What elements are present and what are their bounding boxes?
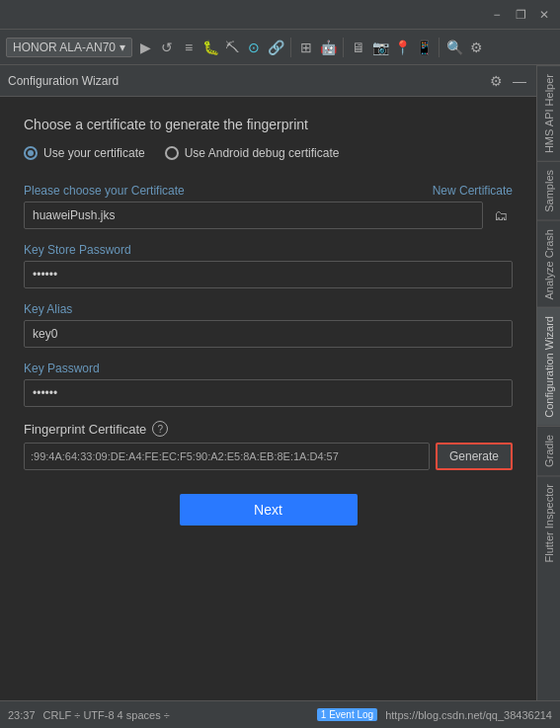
toolbar-sep1 — [290, 38, 291, 57]
radio-label-cert: Use your certificate — [43, 146, 145, 160]
attach-icon[interactable]: 🔗 — [267, 39, 284, 56]
key-alias-section: Key Alias — [24, 302, 513, 348]
title-bar-controls: − ❐ ✕ — [489, 7, 552, 23]
dropdown-icon: ▾ — [120, 40, 125, 54]
location-icon[interactable]: 📍 — [393, 39, 411, 56]
certificate-input-row: 🗂 — [24, 202, 513, 229]
radio-circle-cert — [24, 146, 38, 160]
certificate-row: Please choose your Certificate New Certi… — [24, 184, 513, 198]
event-count: 1 — [321, 709, 327, 720]
sidebar-tab-gradle[interactable]: Gradle — [537, 426, 560, 475]
certificate-section: Please choose your Certificate New Certi… — [24, 184, 513, 229]
toolbar: HONOR ALA-AN70 ▾ ▶ ↺ ≡ 🐛 ⛏ ⊙ 🔗 ⊞ 🤖 🖥 📷 📍… — [0, 30, 560, 65]
sidebar-tab-config[interactable]: Configuration Wizard — [537, 307, 560, 426]
fingerprint-header: Fingerprint Certificate ? — [24, 421, 513, 437]
event-log-label: Event Log — [329, 709, 373, 720]
sidebar-tab-hms[interactable]: HMS API Helper — [537, 65, 560, 161]
sidebar-tab-samples[interactable]: Samples — [537, 161, 560, 220]
device-name: HONOR ALA-AN70 — [13, 40, 116, 54]
status-encoding: CRLF ÷ UTF-8 4 spaces ÷ — [43, 709, 170, 721]
main-layout: Configuration Wizard ⚙ — Choose a certif… — [0, 65, 560, 700]
keystore-password-input[interactable] — [24, 261, 513, 288]
status-left: 23:37 CRLF ÷ UTF-8 4 spaces ÷ — [8, 709, 170, 721]
wizard-title: Configuration Wizard — [8, 74, 119, 88]
right-sidebar: HMS API Helper Samples Analyze Crash Con… — [536, 65, 560, 700]
keystore-row: Key Store Password — [24, 243, 513, 257]
profile-icon[interactable]: ⛏ — [223, 39, 241, 56]
new-certificate-link[interactable]: New Certificate — [433, 184, 513, 198]
list-icon[interactable]: ≡ — [180, 39, 198, 56]
key-password-section: Key Password — [24, 362, 513, 407]
next-button[interactable]: Next — [180, 494, 358, 526]
minimize-button[interactable]: − — [489, 7, 505, 23]
status-bar: 23:37 CRLF ÷ UTF-8 4 spaces ÷ 1 Event Lo… — [0, 700, 560, 728]
device-selector[interactable]: HONOR ALA-AN70 ▾ — [6, 38, 132, 57]
search-icon[interactable]: 🔍 — [445, 39, 463, 56]
sidebar-tab-analyze[interactable]: Analyze Crash — [537, 220, 560, 308]
close-button[interactable]: ✕ — [536, 7, 552, 23]
keystore-label: Key Store Password — [24, 243, 131, 257]
status-time: 23:37 — [8, 709, 36, 721]
android-icon[interactable]: 🤖 — [319, 39, 337, 56]
key-alias-input[interactable] — [24, 320, 513, 348]
wizard-header: Configuration Wizard ⚙ — — [0, 65, 536, 97]
reload-icon[interactable]: ↺ — [158, 39, 176, 56]
keystore-section: Key Store Password — [24, 243, 513, 288]
layout-icon[interactable]: ⊞ — [297, 39, 315, 56]
fingerprint-value: :99:4A:64:33:09:DE:A4:FE:EC:F5:90:A2:E5:… — [24, 443, 430, 470]
key-alias-row: Key Alias — [24, 302, 513, 316]
radio-group: Use your certificate Use Android debug c… — [24, 146, 513, 160]
help-icon[interactable]: ? — [152, 421, 168, 437]
fingerprint-label: Fingerprint Certificate — [24, 422, 146, 437]
wizard-close-icon[interactable]: — — [511, 72, 528, 90]
wizard-content: Choose a certificate to generate the fin… — [0, 97, 536, 700]
left-panel: Configuration Wizard ⚙ — Choose a certif… — [0, 65, 536, 700]
toolbar-sep3 — [439, 38, 440, 57]
generate-button[interactable]: Generate — [436, 443, 513, 470]
key-alias-label: Key Alias — [24, 302, 72, 316]
monitor-icon[interactable]: 🖥 — [350, 39, 367, 56]
section-title: Choose a certificate to generate the fin… — [24, 117, 513, 132]
camera-icon[interactable]: 📷 — [371, 39, 389, 56]
sidebar-tab-flutter[interactable]: Flutter Inspector — [537, 475, 560, 570]
key-password-input[interactable] — [24, 379, 513, 407]
wizard-gear-icon[interactable]: ⚙ — [487, 72, 505, 90]
wizard-header-icons: ⚙ — — [487, 72, 528, 90]
settings-icon[interactable]: ⚙ — [467, 39, 485, 56]
speed-icon[interactable]: ⊙ — [245, 39, 263, 56]
radio-circle-debug — [165, 146, 179, 160]
phone-icon[interactable]: 📱 — [415, 39, 433, 56]
fingerprint-section: Fingerprint Certificate ? :99:4A:64:33:0… — [24, 421, 513, 470]
folder-button[interactable]: 🗂 — [489, 203, 513, 227]
key-password-label: Key Password — [24, 362, 100, 375]
event-log-badge[interactable]: 1 Event Log — [317, 708, 377, 721]
bug-icon[interactable]: 🐛 — [201, 39, 219, 56]
run-icon[interactable]: ▶ — [136, 39, 154, 56]
certificate-input[interactable] — [24, 202, 483, 229]
restore-button[interactable]: ❐ — [513, 7, 528, 23]
radio-use-debug[interactable]: Use Android debug certificate — [165, 146, 340, 160]
key-password-row: Key Password — [24, 362, 513, 375]
toolbar-sep2 — [343, 38, 344, 57]
status-url[interactable]: https://blog.csdn.net/qq_38436214 — [385, 709, 552, 721]
title-bar: − ❐ ✕ — [0, 0, 560, 30]
radio-use-cert[interactable]: Use your certificate — [24, 146, 145, 160]
certificate-label: Please choose your Certificate — [24, 184, 185, 198]
radio-label-debug: Use Android debug certificate — [185, 146, 340, 160]
fingerprint-row: :99:4A:64:33:09:DE:A4:FE:EC:F5:90:A2:E5:… — [24, 443, 513, 470]
status-right: 1 Event Log https://blog.csdn.net/qq_384… — [317, 708, 552, 721]
next-section: Next — [24, 494, 513, 526]
